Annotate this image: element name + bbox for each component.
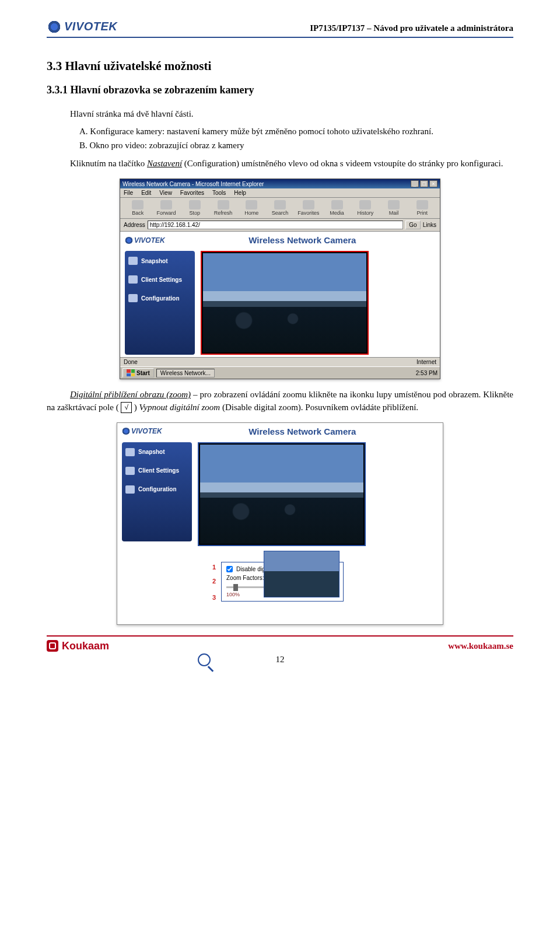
mail-icon [388, 200, 400, 209]
ie-titlebar: Wireless Network Camera - Microsoft Inte… [120, 179, 440, 188]
menu-file[interactable]: File [124, 190, 133, 196]
windows-flag-icon [127, 369, 135, 376]
zoom-heading: Digitální přiblížení obrazu (zoom) [70, 390, 191, 399]
heading-3-3-1: 3.3.1 Hlavní obrazovka se zobrazením kam… [47, 84, 513, 96]
screenshot-zoom: VIVOTEK Wireless Network Camera Snapshot… [117, 422, 443, 625]
list-item-b: B. Okno pro video: zobrazující obraz z k… [47, 139, 513, 152]
koukaam-url: www.koukaam.se [448, 641, 513, 651]
video-window: (UDP-AV) 2000/01/07 13:11:01 [201, 251, 369, 355]
links-label[interactable]: Links [423, 222, 436, 228]
ie-statusbar: Done Internet [120, 357, 440, 366]
status-done: Done [124, 359, 138, 365]
zoom-factor-label: Zoom Factors: [226, 575, 264, 581]
page-footer: Koukaam www.koukaam.se [47, 635, 513, 652]
media-icon [331, 200, 343, 209]
vivotek-small-logo: VIVOTEK [122, 427, 162, 435]
windows-taskbar: Start Wireless Network... 2:53 PM [120, 366, 440, 379]
vivotek-eye-icon [125, 237, 133, 244]
menu-help[interactable]: Help [234, 190, 246, 196]
page-body: VIVOTEK Wireless Network Camera Snapshot… [120, 232, 440, 357]
page-number: 12 [47, 655, 513, 665]
left-nav: Snapshot Client Settings Configuration [125, 251, 195, 355]
zoom-popup: 1 2 3 Disable digital zoom Zoom Factors:… [221, 562, 344, 602]
page-title: Wireless Network Camera [167, 426, 438, 436]
wrench-icon [125, 485, 135, 494]
menu-edit[interactable]: Edit [141, 190, 151, 196]
minimize-icon[interactable]: _ [411, 180, 419, 187]
nav-configuration[interactable]: Configuration [128, 294, 191, 302]
list-item-a: A. Konfigurace kamery: nastavení kamery … [47, 125, 513, 138]
koukaam-logo: Koukaam [47, 640, 109, 652]
zoom-preview-frame [264, 551, 340, 597]
nav-configuration[interactable]: Configuration [125, 485, 188, 494]
checkbox-glyph-icon: √ [121, 402, 132, 413]
home-icon [246, 200, 257, 209]
zoom-min: 100% [226, 592, 240, 597]
zoom-preview-image [264, 551, 339, 597]
page-header: VIVOTEK IP7135/IP7137 – Návod pro uživat… [47, 20, 513, 38]
doc-title: IP7135/IP7137 – Návod pro uživatele a ad… [310, 23, 513, 33]
callout-2: 2 [212, 578, 216, 585]
nastaveni-link-text: Nastavení [147, 159, 182, 168]
tb-fav[interactable]: Favorites [294, 200, 323, 216]
stop-icon [189, 200, 201, 209]
wrench-icon [128, 294, 138, 302]
menu-favorites[interactable]: Favorites [180, 190, 204, 196]
tb-refresh[interactable]: Refresh [209, 200, 237, 216]
vivotek-eye-icon [122, 428, 130, 435]
taskbar-item[interactable]: Wireless Network... [156, 369, 215, 377]
ie-menubar: File Edit View Favorites Tools Help [120, 188, 440, 198]
start-button[interactable]: Start [123, 368, 154, 377]
ie-toolbar: Back Forward Stop Refresh Home Search Fa… [120, 198, 440, 219]
vivotek-small-logo: VIVOTEK [125, 236, 165, 244]
menu-view[interactable]: View [159, 190, 172, 196]
video-scene-image [200, 445, 363, 544]
ie-addressbar: Address Go Links [120, 219, 440, 232]
tb-history[interactable]: History [351, 200, 380, 216]
callout-3: 3 [212, 594, 216, 601]
vivotek-logo-text: VIVOTEK [64, 20, 117, 33]
tb-forward[interactable]: Forward [152, 200, 181, 216]
tb-mail[interactable]: Mail [380, 200, 408, 216]
print-icon [416, 200, 428, 209]
nav-client-settings[interactable]: Client Settings [125, 467, 188, 475]
video-scene-image [203, 253, 366, 352]
tb-back[interactable]: Back [124, 200, 152, 216]
intro-paragraph: Hlavní stránka má dvě hlavní části. [47, 108, 513, 121]
tb-media[interactable]: Media [323, 200, 351, 216]
maximize-icon[interactable]: □ [420, 180, 428, 187]
tb-stop[interactable]: Stop [180, 200, 209, 216]
search-icon [274, 200, 286, 209]
gear-icon [125, 467, 135, 475]
zoom-paragraph: Digitální přiblížení obrazu (zoom) – pro… [47, 389, 513, 414]
left-nav: Snapshot Client Settings Configuration [122, 442, 192, 541]
status-zone: Internet [416, 359, 436, 365]
video-window: (UDP-AV) 2000/01/07 13:09:02 [198, 442, 366, 546]
system-tray: 2:53 PM [416, 370, 438, 376]
heading-3-3: 3.3 Hlavní uživatelské možnosti [47, 59, 513, 74]
forward-icon [160, 200, 172, 209]
close-icon[interactable]: × [429, 180, 438, 187]
screenshot-main-page: Wireless Network Camera - Microsoft Inte… [120, 179, 440, 379]
callout-1: 1 [212, 564, 216, 571]
disable-zoom-checkbox[interactable] [226, 566, 233, 572]
address-input[interactable] [148, 221, 404, 229]
magnifier-icon[interactable] [198, 653, 211, 666]
koukaam-mark-icon [47, 640, 58, 652]
nav-snapshot[interactable]: Snapshot [128, 257, 191, 265]
nav-snapshot[interactable]: Snapshot [125, 448, 188, 456]
vivotek-logo: VIVOTEK [47, 20, 117, 33]
disable-zoom-ital: Vypnout digitální zoom [139, 403, 220, 412]
nav-client-settings[interactable]: Client Settings [128, 275, 191, 284]
favorites-icon [303, 200, 314, 209]
menu-tools[interactable]: Tools [212, 190, 226, 196]
config-paragraph: Kliknutím na tlačítko Nastavení (Configu… [47, 158, 513, 170]
tb-print[interactable]: Print [408, 200, 436, 216]
tray-clock: 2:53 PM [416, 370, 438, 376]
page-title: Wireless Network Camera [170, 235, 435, 245]
slider-thumb-icon[interactable] [233, 584, 238, 591]
tb-home[interactable]: Home [237, 200, 266, 216]
camera-icon [125, 448, 135, 456]
go-button[interactable]: Go [405, 221, 420, 229]
tb-search[interactable]: Search [266, 200, 295, 216]
